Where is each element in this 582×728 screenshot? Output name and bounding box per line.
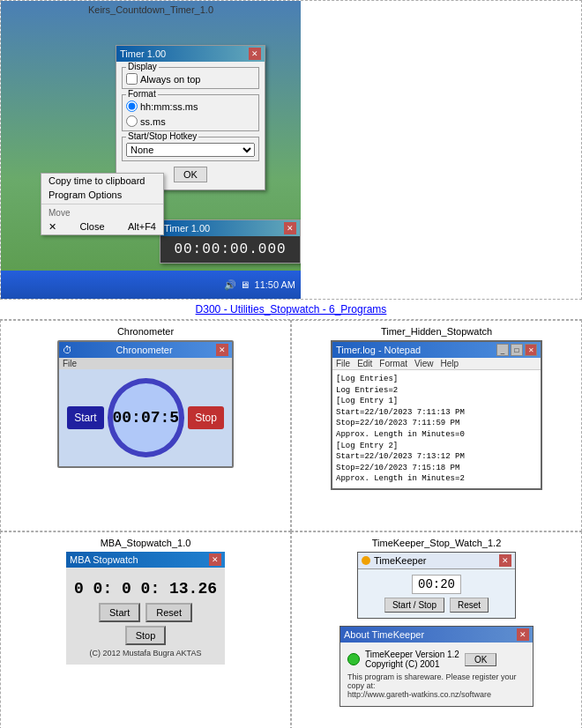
notepad-title: Timer.log - Notepad: [336, 345, 421, 355]
timekeeper-cell: TimeKeeper_Stop_Watch_1.2 TimeKeeper ✕ 0…: [291, 531, 582, 728]
notepad-menu-help[interactable]: Help: [441, 359, 459, 368]
tk-display: 00:20: [412, 575, 461, 594]
notepad-close-button[interactable]: ✕: [525, 344, 537, 356]
timekeeper-window: TimeKeeper ✕ 00:20 Start / Stop Reset: [357, 552, 516, 619]
timer-bottom-titlebar: Timer 1.00 ✕: [160, 220, 300, 236]
chrono-start-button[interactable]: Start: [67, 406, 103, 429]
taskbar-time: 11:50 AM: [255, 279, 295, 290]
format-hh-label: hh:mm:ss.ms: [140, 101, 198, 112]
timer-dialog-body: Display Always on top Format hh:mm:ss.ms…: [116, 62, 265, 189]
format-group: Format hh:mm:ss.ms ss.ms: [122, 94, 259, 131]
timer-close-button[interactable]: ✕: [249, 48, 261, 60]
notepad-content: [Log Entries] Log Entries=2 [Log Entry 1…: [332, 370, 541, 488]
tk-title: TimeKeeper: [374, 555, 427, 566]
close-row[interactable]: ✕ Close Alt+F4: [41, 219, 163, 234]
format-ss-label: ss.ms: [140, 116, 166, 127]
notepad-menu-format[interactable]: Format: [379, 359, 407, 368]
tk-btn-row: Start / Stop Reset: [363, 598, 510, 613]
timer-log-cell: Timer_Hidden_Stopwatch Timer.log - Notep…: [291, 320, 582, 531]
about-window: About TimeKeeper ✕ TimeKeeper Version 1.…: [340, 626, 534, 707]
hotkey-select[interactable]: None: [126, 143, 255, 157]
about-title: About TimeKeeper: [344, 629, 424, 640]
timer-title: Timer 1.00: [120, 48, 166, 59]
mba-reset-button[interactable]: Reset: [146, 603, 192, 622]
chrono-display: 00:07:5: [108, 378, 185, 457]
timer-titlebar: Timer 1.00 ✕: [116, 46, 265, 62]
mba-body: 0 0: 0 0: 13.26 Start Reset Stop (C) 201…: [66, 568, 225, 665]
chrono-title: Chronometer: [116, 345, 172, 355]
copy-clipboard-item[interactable]: Copy time to clipboard: [41, 174, 163, 188]
timer-bottom-title: Timer 1.00: [164, 223, 210, 234]
tk-title-left: TimeKeeper: [362, 555, 427, 566]
notepad-titlebar: Timer.log - Notepad _ □ ✕: [332, 342, 541, 358]
grid-row-2: MBA_Stopwatch_1.0 MBA Stopwatch ✕ 0 0: 0…: [0, 531, 582, 728]
about-close-button[interactable]: ✕: [517, 628, 529, 641]
chronometer-cell: Chronometer ⏱ Chronometer ✕ File Start 0…: [0, 320, 291, 531]
mba-section-label: MBA_Stopwatch_1.0: [101, 538, 191, 548]
chrono-menubar: File: [59, 358, 232, 369]
mba-cell: MBA_Stopwatch_1.0 MBA Stopwatch ✕ 0 0: 0…: [0, 531, 291, 728]
chrono-stop-button[interactable]: Stop: [188, 406, 224, 429]
format-hh-radio[interactable]: [126, 100, 138, 112]
chrono-close-button[interactable]: ✕: [216, 344, 228, 356]
taskbar-icon-2: 🖥: [240, 279, 250, 290]
always-on-top-row: Always on top: [126, 73, 255, 85]
tk-start-stop-button[interactable]: Start / Stop: [384, 598, 444, 613]
mba-stop-button[interactable]: Stop: [125, 626, 167, 645]
always-on-top-checkbox[interactable]: [126, 73, 138, 85]
about-copyright: Copyright (C) 2001: [365, 659, 459, 669]
mba-bottom-btn-row: Stop: [73, 626, 218, 645]
taskbar-icons: 🔊 🖥: [224, 279, 250, 291]
mba-top-btn-row: Start Reset: [73, 603, 218, 622]
notepad-maximize-button[interactable]: □: [511, 344, 523, 356]
notepad-menubar: File Edit Format View Help: [332, 358, 541, 370]
timekeeper-section-label: TimeKeeper_Stop_Watch_1.2: [372, 538, 502, 548]
top-right-empty: [301, 1, 581, 299]
program-options-item[interactable]: Program Options: [41, 188, 163, 202]
mba-close-button[interactable]: ✕: [209, 553, 221, 566]
taskbar-icon-1: 🔊: [224, 279, 236, 291]
timer-bottom-close[interactable]: ✕: [284, 222, 296, 234]
tk-close-button[interactable]: ✕: [499, 554, 511, 567]
about-version-row: TimeKeeper Version 1.2 Copyright (C) 200…: [347, 650, 526, 669]
format-ss-row: ss.ms: [126, 115, 255, 127]
about-version: TimeKeeper Version 1.2: [365, 650, 459, 659]
chrono-menu-file[interactable]: File: [63, 359, 77, 368]
tk-titlebar: TimeKeeper ✕: [358, 553, 515, 569]
timekeeper-container: TimeKeeper ✕ 00:20 Start / Stop Reset Ab…: [340, 552, 534, 707]
tk-dot-icon: [362, 556, 370, 565]
mba-title: MBA Stopwatch: [70, 554, 138, 565]
format-group-label: Format: [126, 89, 158, 99]
about-shareware-text: This program is shareware. Please regist…: [347, 672, 517, 690]
about-titlebar: About TimeKeeper ✕: [340, 627, 533, 643]
mba-titlebar: MBA Stopwatch ✕: [66, 552, 225, 568]
about-ok-button[interactable]: OK: [465, 653, 496, 666]
notepad-menu-file[interactable]: File: [336, 359, 350, 368]
close-item-label: Close: [79, 221, 104, 233]
display-group-label: Display: [126, 62, 159, 71]
always-on-top-label: Always on top: [140, 74, 200, 85]
top-screenshot: Keirs_Countdown_Timer_1.0 Timer 1.00 ✕ D…: [1, 1, 301, 299]
tk-reset-button[interactable]: Reset: [450, 598, 489, 613]
timer-display: 00:00:00.000: [160, 236, 300, 263]
notepad-menu-edit[interactable]: Edit: [357, 359, 372, 368]
notepad-menu-view[interactable]: View: [414, 359, 434, 368]
about-url: http://www.gareth-watkins.co.nz/software: [347, 690, 491, 699]
mba-window: MBA Stopwatch ✕ 0 0: 0 0: 13.26 Start Re…: [66, 552, 225, 665]
timer-bottom-dialog: Timer 1.00 ✕ 00:00:00.000: [160, 219, 301, 264]
context-menu: Copy time to clipboard Program Options M…: [41, 173, 164, 235]
notepad-minimize-button[interactable]: _: [496, 344, 509, 356]
chronometer-section-label: Chronometer: [117, 326, 174, 337]
middle-label: D300 - Utilities_Stopwatch - 6_Programs: [196, 303, 387, 316]
timer-dialog: Timer 1.00 ✕ Display Always on top Forma…: [116, 45, 265, 190]
middle-bar: D300 - Utilities_Stopwatch - 6_Programs: [0, 300, 582, 320]
mba-start-button[interactable]: Start: [99, 603, 140, 622]
move-label: Move: [41, 206, 163, 219]
tk-body: 00:20 Start / Stop Reset: [358, 569, 515, 618]
chrono-body: Start 00:07:5 Stop: [59, 369, 232, 466]
format-ss-radio[interactable]: [126, 115, 138, 127]
about-shareware: This program is shareware. Please regist…: [347, 672, 526, 699]
hotkey-group-label: Start/Stop Hotkey: [126, 131, 198, 141]
ok-button[interactable]: OK: [174, 167, 207, 182]
notepad-controls: _ □ ✕: [496, 344, 537, 356]
